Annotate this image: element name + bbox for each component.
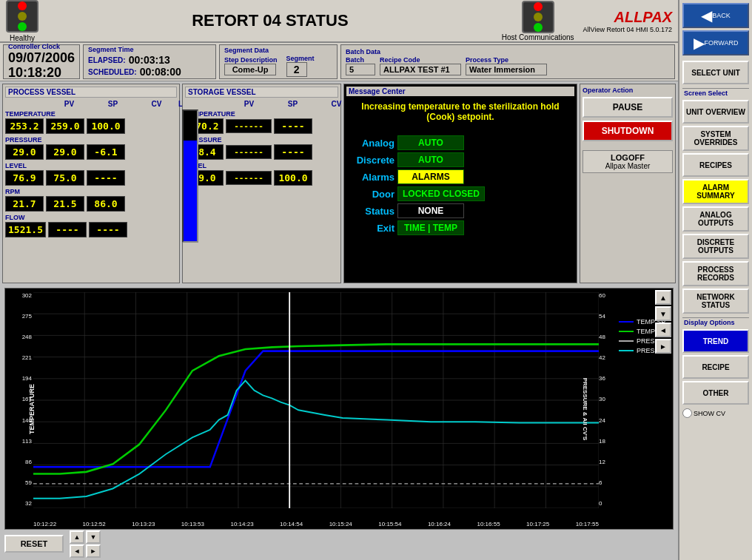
scroll-right-button[interactable]: ►: [655, 339, 671, 354]
door-label: Door: [346, 189, 395, 200]
segment-label: Segment: [286, 55, 315, 62]
segment-time-section: Segment Time ELAPSED: 00:03:13 SCHEDULED…: [83, 44, 216, 79]
storage-vessel: STORAGE VESSEL PV SP CV TEMPERATURE 270.…: [182, 84, 341, 283]
back-button[interactable]: ◀ BACK: [682, 3, 749, 28]
yellow-light-r: [534, 13, 543, 21]
status-value[interactable]: NONE: [397, 203, 464, 218]
recipes-button[interactable]: RECIPES: [682, 153, 749, 177]
right-navigation: ◀ BACK ▶ FORWARD SELECT UNIT Screen Sele…: [678, 0, 752, 560]
process-vessel: PROCESS VESSEL PV SP CV TEMPERATURE 253.…: [2, 84, 180, 283]
scroll-down-button[interactable]: ▼: [655, 306, 671, 321]
screen-select-label: Screen Select: [682, 88, 749, 98]
logoff-box[interactable]: LOGOFF Allpax Master: [583, 150, 673, 173]
chart-y-right-label: PRESSURE & All CV'S: [582, 377, 588, 440]
alarm-summary-button[interactable]: ALARM SUMMARY: [682, 179, 749, 204]
bottom-scroll: ▲ ▼ ◄ ►: [70, 530, 101, 558]
chart-x-labels: 10:12:22 10:12:52 10:13:23 10:13:53 10:1…: [33, 521, 599, 527]
network-status-button[interactable]: NETWORK STATUS: [682, 289, 749, 314]
elapsed-label: ELAPSED:: [88, 56, 126, 64]
sv-temp-label: TEMPERATURE: [185, 110, 357, 118]
message-text: Increasing temperature to the sterilizat…: [346, 98, 574, 135]
sv-level-cv: 100.0: [274, 170, 312, 186]
batch-data-section: Batch Data Batch 5 Recipe Code ALLPAX TE…: [340, 44, 675, 79]
reset-button[interactable]: RESET: [4, 535, 64, 553]
exit-row: Exit TIME | TEMP: [346, 220, 574, 235]
analog-label: Analog: [346, 138, 395, 149]
sv-pv-label: PV: [229, 100, 269, 108]
elapsed-value: 00:03:13: [129, 54, 170, 66]
bottom-scroll-up[interactable]: ▲: [70, 530, 84, 544]
forward-button[interactable]: ▶ FORWARD: [682, 30, 749, 55]
message-center-title: Message Center: [346, 87, 574, 96]
system-overrides-button[interactable]: SYSTEM OVERRIDES: [682, 126, 749, 151]
scroll-left-button[interactable]: ◄: [655, 323, 671, 337]
temp-label: TEMPERATURE: [5, 110, 177, 118]
operator-action: Operator Action PAUSE SHUTDOWN LOGOFF Al…: [580, 84, 676, 283]
pause-button[interactable]: PAUSE: [583, 97, 673, 118]
door-row: Door LOCKED CLOSED: [346, 186, 574, 201]
allpax-logo: ALLPAX: [614, 9, 672, 26]
bottom-scroll-down[interactable]: ►: [86, 544, 101, 558]
temp-pv: 253.2: [5, 118, 44, 134]
step-description-label: Step Description: [224, 56, 278, 64]
sv-temp-sp: ------: [226, 119, 272, 133]
process-records-button[interactable]: PROCESS RECORDS: [682, 261, 749, 286]
controller-clock-section: Controller Clock 09/07/2006 10:18:20: [3, 44, 80, 79]
process-type-label: Process Type: [466, 56, 508, 64]
recipe-code-label: Recipe Code: [380, 56, 420, 64]
press-sp: 29.0: [46, 144, 84, 160]
elapsed-row: ELAPSED: 00:03:13: [88, 54, 211, 66]
step-description-value: Come-Up: [224, 64, 276, 75]
door-status[interactable]: LOCKED CLOSED: [397, 186, 485, 201]
other-button[interactable]: OTHER: [682, 381, 749, 405]
yellow-light: [18, 12, 27, 21]
discrete-outputs-button[interactable]: DISCRETE OUTPUTS: [682, 234, 749, 259]
batch-value: 5: [346, 64, 375, 75]
press-cv: -6.1: [87, 144, 125, 160]
exit-value[interactable]: TIME | TEMP: [397, 220, 464, 235]
cv-label: CV: [136, 100, 177, 108]
recipe-button[interactable]: RECIPE: [682, 355, 749, 379]
scheduled-value: 00:08:00: [140, 66, 181, 78]
analog-outputs-button[interactable]: ANALOG OUTPUTS: [682, 206, 749, 232]
flow-pv: 1521.5: [5, 222, 46, 237]
discrete-status[interactable]: AUTO: [397, 152, 464, 167]
logoff-sub: Allpax Master: [585, 162, 670, 170]
red-light-r: [534, 2, 543, 11]
segment-time-label: Segment Time: [88, 46, 211, 53]
message-center: Message Center Increasing temperature to…: [343, 84, 577, 283]
batch-label: Batch: [346, 56, 364, 64]
analog-row: Analog AUTO: [346, 135, 574, 150]
unit-overview-button[interactable]: UNIT OVERVIEW: [682, 100, 749, 124]
press-pv-legend-color: [619, 350, 634, 351]
analog-status[interactable]: AUTO: [397, 135, 464, 150]
logoff-label: LOGOFF: [585, 153, 670, 162]
header-right: Host Communications ALLPAX AllView Retor…: [502, 1, 672, 41]
press-pv: 29.0: [5, 144, 44, 160]
trend-button[interactable]: TREND: [682, 329, 749, 353]
sv-level-sp: ------: [226, 171, 272, 185]
sv-press-cv: ----: [274, 144, 312, 160]
bottom-scroll-left[interactable]: ◄: [70, 544, 84, 558]
vessel-row: PROCESS VESSEL PV SP CV TEMPERATURE 253.…: [2, 84, 676, 283]
status-label: Status: [346, 206, 395, 217]
alarms-row: Alarms ALARMS: [346, 169, 574, 184]
temp-pv-legend-color: [619, 331, 634, 332]
show-cv-label: SHOW CV: [694, 410, 725, 417]
recipe-code-value: ALLPAX TEST #1: [380, 64, 461, 75]
clock-date: 09/07/2006: [8, 51, 75, 66]
temp-cv: 100.0: [87, 118, 125, 134]
operator-action-title: Operator Action: [583, 87, 673, 94]
bottom-scroll-right[interactable]: ▼: [86, 530, 101, 544]
main-content: PROCESS VESSEL PV SP CV TEMPERATURE 253.…: [0, 81, 678, 560]
select-unit-button[interactable]: SELECT UNIT: [682, 61, 749, 84]
show-cv-radio[interactable]: [682, 408, 692, 418]
sv-press-sp: ------: [226, 145, 272, 159]
segment-data-label: Segment Data: [224, 47, 332, 54]
exit-label: Exit: [346, 223, 395, 234]
shutdown-button[interactable]: SHUTDOWN: [583, 121, 673, 141]
scroll-up-button[interactable]: ▲: [655, 290, 671, 305]
alarms-status[interactable]: ALARMS: [397, 169, 464, 184]
header-left: Healthy: [6, 0, 38, 42]
rpm-pv: 21.7: [5, 196, 44, 212]
